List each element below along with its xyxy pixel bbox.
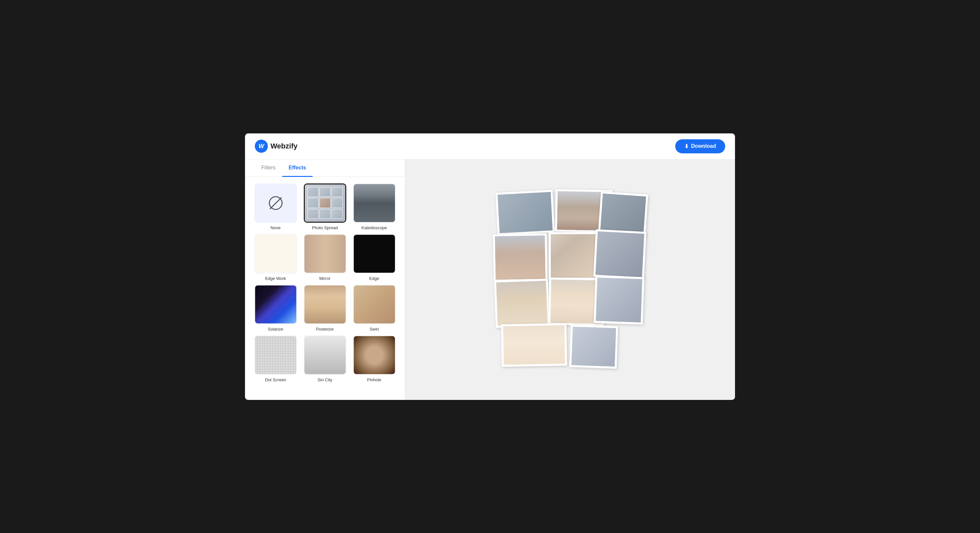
effect-thumb-photo-spread [304, 184, 346, 223]
effect-thumb-edge [353, 234, 396, 273]
effect-label-swirl: Swirl [369, 327, 379, 332]
main-layout: Filters Effects None [245, 160, 735, 400]
spread-piece-1 [496, 190, 555, 235]
none-icon [269, 196, 283, 210]
effect-label-dot-screen: Dot Screen [265, 377, 286, 382]
effect-edge-work[interactable]: Edge Work [253, 234, 298, 281]
effect-thumb-solarize [255, 285, 297, 324]
effect-label-sin-city: Sin City [318, 377, 332, 382]
spread-piece-9 [594, 275, 644, 324]
effect-mirror[interactable]: Mirror [302, 234, 348, 281]
effect-thumb-none [255, 184, 297, 223]
spread-piece-11 [570, 325, 618, 369]
effect-thumb-swirl [353, 285, 396, 324]
effect-thumb-pinhole [353, 335, 396, 375]
effects-grid: None [245, 177, 405, 389]
effect-photo-spread[interactable]: Photo Spread [302, 184, 348, 230]
effect-label-solarize: Solarize [268, 327, 283, 332]
spread-piece-7 [494, 279, 550, 328]
effect-thumb-posterize [304, 285, 346, 324]
effect-thumb-dot-screen [255, 335, 297, 375]
spread-piece-6 [593, 229, 646, 279]
effect-edge[interactable]: Edge [352, 234, 397, 281]
effect-posterize[interactable]: Posterize [302, 285, 348, 332]
photo-spread-preview [492, 188, 648, 371]
tab-effects[interactable]: Effects [282, 160, 313, 177]
effect-label-edge-work: Edge Work [265, 276, 286, 281]
effect-none[interactable]: None [253, 184, 298, 230]
effect-thumb-edge-work [255, 234, 297, 273]
effect-thumb-mirror [304, 234, 346, 273]
logo: W Webzify [255, 140, 298, 153]
effect-label-photo-spread: Photo Spread [312, 225, 338, 230]
effect-solarize[interactable]: Solarize [253, 285, 298, 332]
spread-piece-10 [501, 323, 567, 367]
effect-label-posterize: Posterize [316, 327, 334, 332]
effect-sin-city[interactable]: Sin City [302, 335, 348, 382]
canvas-area [405, 160, 735, 400]
effect-thumb-kaleidoscope [353, 184, 396, 223]
sidebar: Filters Effects None [245, 160, 405, 400]
spread-piece-4 [493, 233, 548, 282]
effect-pinhole[interactable]: Pinhole [352, 335, 397, 382]
logo-icon: W [255, 140, 268, 153]
effect-thumb-sin-city [304, 335, 346, 375]
effect-label-pinhole: Pinhole [367, 377, 381, 382]
app-window: W Webzify ⬇ Download Filters Effects [245, 133, 735, 400]
tab-filters[interactable]: Filters [255, 160, 282, 177]
effect-label-edge: Edge [369, 276, 379, 281]
download-button[interactable]: ⬇ Download [675, 139, 725, 153]
tabs-bar: Filters Effects [245, 160, 405, 177]
effect-label-mirror: Mirror [320, 276, 331, 281]
effect-label-kaleidoscope: Kaleidoscope [361, 225, 387, 230]
effect-dot-screen[interactable]: Dot Screen [253, 335, 298, 382]
download-icon: ⬇ [684, 143, 689, 150]
effect-kaleidoscope[interactable]: Kaleidoscope [352, 184, 397, 230]
effect-swirl[interactable]: Swirl [352, 285, 397, 332]
effect-label-none: None [270, 225, 281, 230]
header: W Webzify ⬇ Download [245, 133, 735, 160]
app-name: Webzify [270, 142, 298, 150]
